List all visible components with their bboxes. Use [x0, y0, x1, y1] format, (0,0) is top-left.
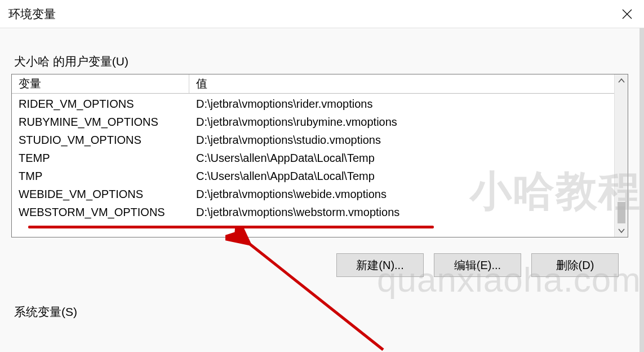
edit-button[interactable]: 编辑(E)...: [434, 253, 521, 277]
system-vars-label: 系统变量(S): [14, 304, 633, 320]
user-vars-label: 犬小哈 的用户变量(U): [14, 54, 633, 69]
column-header-name[interactable]: 变量: [12, 74, 189, 93]
table-row[interactable]: RUBYMINE_VM_OPTIONS D:\jetbra\vmoptions\…: [12, 113, 614, 131]
right-shadow: [639, 28, 644, 352]
button-row: 新建(N)... 编辑(E)... 删除(D): [11, 253, 633, 277]
content-area: 犬小哈 的用户变量(U) 变量 值 RIDER_VM_OPTIONS D:\je…: [0, 28, 644, 352]
table-row[interactable]: TMP C:\Users\allen\AppData\Local\Temp: [12, 167, 614, 185]
close-button[interactable]: [619, 6, 636, 23]
var-name: RUBYMINE_VM_OPTIONS: [12, 116, 189, 129]
var-name: TMP: [12, 170, 189, 183]
scroll-thumb[interactable]: [618, 202, 625, 223]
window-title: 环境变量: [8, 6, 56, 22]
var-value: D:\jetbra\vmoptions\webstorm.vmoptions: [189, 206, 614, 219]
table-header: 变量 值: [12, 74, 614, 94]
user-vars-table: 变量 值 RIDER_VM_OPTIONS D:\jetbra\vmoption…: [11, 74, 628, 237]
var-name: TEMP: [12, 152, 189, 165]
table-row[interactable]: WEBIDE_VM_OPTIONS D:\jetbra\vmoptions\we…: [12, 185, 614, 203]
delete-button[interactable]: 删除(D): [531, 253, 619, 277]
var-name: STUDIO_VM_OPTIONS: [12, 134, 189, 147]
new-button[interactable]: 新建(N)...: [336, 253, 424, 277]
column-header-value[interactable]: 值: [189, 76, 614, 91]
var-value: D:\jetbra\vmoptions\rider.vmoptions: [189, 98, 614, 111]
scrollbar[interactable]: [614, 74, 628, 237]
var-name: WEBIDE_VM_OPTIONS: [12, 188, 189, 201]
var-value: C:\Users\allen\AppData\Local\Temp: [189, 170, 614, 183]
table-row[interactable]: TEMP C:\Users\allen\AppData\Local\Temp: [12, 149, 614, 167]
var-value: D:\jetbra\vmoptions\rubymine.vmoptions: [189, 116, 614, 129]
scroll-down-icon[interactable]: [618, 227, 625, 235]
table-body: RIDER_VM_OPTIONS D:\jetbra\vmoptions\rid…: [12, 94, 614, 222]
var-value: C:\Users\allen\AppData\Local\Temp: [189, 152, 614, 165]
var-value: D:\jetbra\vmoptions\webide.vmoptions: [189, 188, 614, 201]
table-row[interactable]: STUDIO_VM_OPTIONS D:\jetbra\vmoptions\st…: [12, 131, 614, 149]
var-name: RIDER_VM_OPTIONS: [12, 98, 189, 111]
table-row[interactable]: RIDER_VM_OPTIONS D:\jetbra\vmoptions\rid…: [12, 95, 614, 113]
close-icon: [622, 9, 632, 19]
table-row[interactable]: WEBSTORM_VM_OPTIONS D:\jetbra\vmoptions\…: [12, 203, 614, 221]
var-name: WEBSTORM_VM_OPTIONS: [12, 206, 189, 219]
var-value: D:\jetbra\vmoptions\studio.vmoptions: [189, 134, 614, 147]
scroll-up-icon[interactable]: [618, 77, 625, 85]
annotation-underline: [28, 226, 434, 228]
titlebar: 环境变量: [0, 0, 644, 28]
